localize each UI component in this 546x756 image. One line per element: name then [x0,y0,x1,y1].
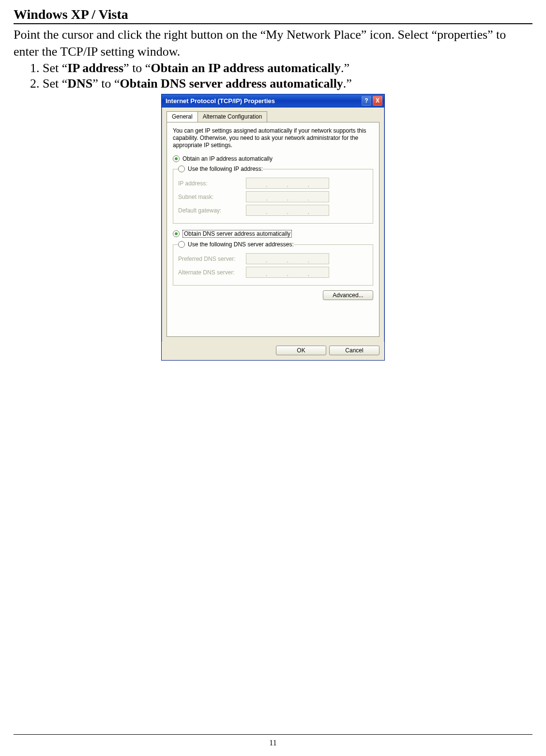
subnet-mask-label: Subnet mask: [178,194,246,200]
tab-alternate-configuration[interactable]: Alternate Configuration [197,111,268,122]
list-item: Set “DNS” to “Obtain DNS server address … [43,76,532,91]
section-heading: Windows XP / Vista [14,7,532,24]
ip-group: Use the following IP address: IP address… [173,166,373,224]
text-bold: Obtain an IP address automatically [151,61,340,75]
ip-address-label: IP address: [178,180,246,187]
text: Set “ [43,76,67,91]
text: ” to “ [123,61,151,75]
radio-label: Use the following DNS server addresses: [188,241,294,248]
radio-icon [173,230,180,237]
dns-group: Use the following DNS server addresses: … [173,241,373,286]
radio-use-following-dns[interactable]: Use the following DNS server addresses: [178,241,294,248]
radio-label: Use the following IP address: [188,166,263,172]
text-bold: IP address [67,61,123,75]
radio-label: Obtain an IP address automatically [182,155,273,162]
page-number: 11 [0,739,546,747]
footer-rule [14,734,532,735]
alternate-dns-label: Alternate DNS server: [178,269,246,276]
subnet-mask-input[interactable]: ... [246,191,329,202]
text: ” to “ [92,76,120,91]
radio-use-following-ip[interactable]: Use the following IP address: [178,166,263,172]
titlebar[interactable]: Internet Protocol (TCP/IP) Properties ? … [162,94,384,107]
radio-obtain-ip-auto[interactable]: Obtain an IP address automatically [173,154,373,164]
default-gateway-label: Default gateway: [178,207,246,214]
text-bold: Obtain DNS server address automatically [120,76,343,91]
preferred-dns-label: Preferred DNS server: [178,256,246,262]
ip-address-input[interactable]: ... [246,178,329,189]
text: Set “ [43,61,67,75]
close-button[interactable]: X [373,96,382,106]
tcpip-properties-dialog: Internet Protocol (TCP/IP) Properties ? … [161,94,385,361]
intro-paragraph: Point the cursor and click the right but… [14,26,532,60]
cancel-button[interactable]: Cancel [329,346,379,355]
text: .” [343,76,352,91]
tab-panel-general: You can get IP settings assigned automat… [167,122,379,337]
text-bold: DNS [67,76,92,91]
tab-general[interactable]: General [167,111,198,122]
steps-list: Set “IP address” to “Obtain an IP addres… [14,61,532,91]
advanced-button[interactable]: Advanced... [323,290,373,300]
text: .” [341,61,349,75]
radio-label: Obtain DNS server address automatically [182,230,292,238]
ok-button[interactable]: OK [276,346,326,355]
help-button[interactable]: ? [362,96,371,106]
description-text: You can get IP settings assigned automat… [173,127,373,149]
preferred-dns-input[interactable]: ... [246,253,329,264]
radio-icon [178,241,185,248]
radio-icon [173,155,180,162]
alternate-dns-input[interactable]: ... [246,267,329,278]
radio-icon [178,166,185,172]
window-title: Internet Protocol (TCP/IP) Properties [166,97,360,105]
default-gateway-input[interactable]: ... [246,205,329,216]
list-item: Set “IP address” to “Obtain an IP addres… [43,61,532,76]
radio-obtain-dns-auto[interactable]: Obtain DNS server address automatically [173,228,373,239]
